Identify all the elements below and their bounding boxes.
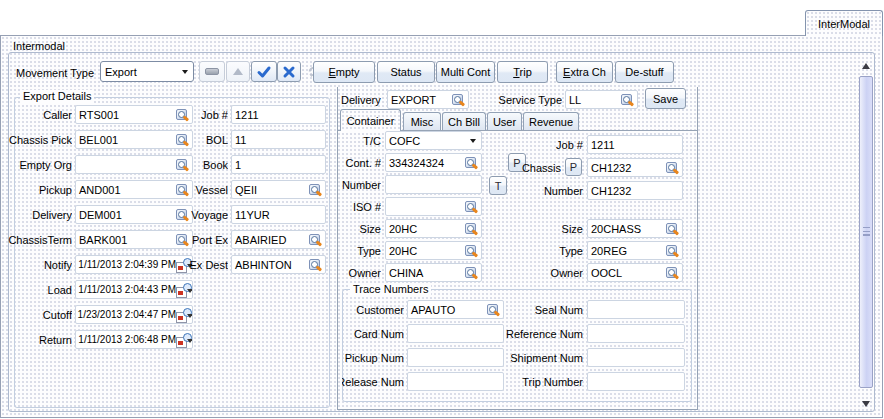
iso-num-field[interactable]	[385, 197, 482, 216]
container-owner-field[interactable]: CHINA	[385, 263, 482, 282]
x-icon	[282, 65, 296, 79]
datetime-picker-icon[interactable]	[176, 333, 192, 348]
release-num-label: Release Num	[342, 375, 404, 389]
tab-misc[interactable]: Misc	[403, 112, 441, 130]
container-type-field[interactable]: 20HC	[385, 241, 482, 260]
de-stuff-button[interactable]: De-stuff	[615, 61, 674, 83]
dropdown-arrow-icon	[182, 70, 188, 74]
scroll-up-icon[interactable]	[862, 63, 870, 69]
lookup-icon[interactable]	[309, 233, 323, 247]
trace-numbers-label: Trace Numbers	[350, 283, 431, 296]
tab-container[interactable]: Container	[340, 109, 401, 131]
lookup-icon[interactable]	[309, 258, 323, 272]
confirm-button[interactable]	[251, 61, 277, 82]
tc-select[interactable]: COFC	[385, 131, 482, 150]
chassis-job-num-field[interactable]: 1211	[587, 135, 683, 154]
chassis-p-button[interactable]: P	[565, 158, 582, 176]
cutoff-field[interactable]: 1/23/2013 2:04:47 PM	[75, 305, 193, 324]
minus-icon	[205, 68, 219, 75]
customer-field[interactable]: APAUTO	[407, 300, 504, 319]
book-field[interactable]: 1	[231, 155, 326, 174]
trip-number-field[interactable]	[587, 372, 685, 391]
lookup-icon[interactable]	[465, 266, 479, 280]
caller-field[interactable]: RTS001	[75, 105, 193, 124]
tab-revenue[interactable]: Revenue	[523, 112, 579, 130]
return-field[interactable]: 1/11/2013 2:06:48 PM	[75, 330, 193, 349]
lookup-icon[interactable]	[666, 244, 680, 258]
empty-button[interactable]: Empty	[313, 61, 375, 83]
extra-ch-button[interactable]: Extra Ch	[556, 61, 613, 83]
tab-user[interactable]: User	[487, 112, 522, 130]
pickup-num-field[interactable]	[407, 348, 504, 367]
release-num-field[interactable]	[407, 372, 504, 391]
datetime-picker-icon[interactable]	[176, 283, 192, 298]
delivery-type-field[interactable]: EXPORT	[387, 90, 469, 109]
move-up-button[interactable]	[226, 61, 250, 82]
tab-intermodal[interactable]: InterModal	[805, 10, 883, 36]
pickup-field[interactable]: AND001	[75, 180, 193, 199]
lookup-icon[interactable]	[666, 222, 680, 236]
chassis-term-field[interactable]: BARK001	[75, 230, 193, 249]
service-type-field[interactable]: LL	[565, 90, 638, 109]
cont-num-field[interactable]: 334324324	[385, 153, 482, 172]
vessel-field[interactable]: QEII	[231, 180, 326, 199]
return-label: Return	[6, 333, 72, 347]
chassis-size-field[interactable]: 20CHASS	[587, 219, 683, 238]
container-number-field[interactable]	[385, 175, 482, 194]
lookup-icon[interactable]	[465, 156, 479, 170]
trip-button[interactable]: Trip	[497, 61, 548, 83]
lookup-icon[interactable]	[465, 244, 479, 258]
chassis-number-field[interactable]: CH1232	[587, 181, 683, 200]
notify-field[interactable]: 1/11/2013 2:04:39 PM	[75, 255, 193, 274]
reference-num-field[interactable]	[587, 324, 685, 343]
lookup-icon[interactable]	[621, 93, 635, 107]
lookup-icon[interactable]	[465, 200, 479, 214]
remove-button[interactable]	[199, 61, 225, 82]
vertical-scrollbar[interactable]	[858, 58, 875, 410]
chassis-number-label: Number	[503, 184, 583, 198]
cutoff-label: Cutoff	[6, 308, 72, 322]
shipment-num-field[interactable]	[587, 348, 685, 367]
bol-field[interactable]: 11	[231, 130, 326, 149]
dropdown-arrow-icon	[470, 139, 476, 143]
lookup-icon[interactable]	[666, 161, 680, 175]
caller-label: Caller	[6, 108, 72, 122]
movement-type-select[interactable]: Export	[100, 61, 194, 82]
lookup-icon[interactable]	[666, 266, 680, 280]
load-field[interactable]: 1/11/2013 2:04:43 PM	[75, 280, 193, 299]
scroll-down-icon[interactable]	[862, 401, 870, 407]
lookup-icon[interactable]	[452, 93, 466, 107]
job-num-field[interactable]: 1211	[231, 105, 326, 124]
voyage-label: Voyage	[182, 208, 228, 222]
chassis-pick-label: Chassis Pick	[6, 133, 72, 147]
seal-num-field[interactable]	[587, 300, 685, 319]
multi-cont-button[interactable]: Multi Cont	[436, 61, 495, 83]
customer-label: Customer	[342, 303, 404, 317]
container-size-field[interactable]: 20HC	[385, 219, 482, 238]
status-button[interactable]: Status	[377, 61, 435, 83]
delivery-type-label: Delivery	[341, 93, 385, 107]
port-ex-field[interactable]: ABAIRIED	[231, 230, 326, 249]
lookup-icon[interactable]	[465, 222, 479, 236]
scrollbar-thumb[interactable]	[859, 76, 873, 388]
chassis-type-field[interactable]: 20REG	[587, 241, 683, 260]
save-button[interactable]: Save	[645, 88, 686, 109]
trip-number-label: Trip Number	[495, 375, 583, 389]
ex-dest-field[interactable]: ABHINTON	[231, 255, 326, 274]
empty-org-field[interactable]	[75, 155, 193, 174]
reference-num-label: Reference Num	[495, 327, 583, 341]
chassis-pick-field[interactable]: BEL001	[75, 130, 193, 149]
movement-type-value: Export	[105, 66, 137, 78]
voyage-field[interactable]: 11YUR	[231, 205, 326, 224]
delivery-org-field[interactable]: DEM001	[75, 205, 193, 224]
lookup-icon[interactable]	[309, 183, 323, 197]
datetime-picker-icon[interactable]	[176, 308, 192, 323]
chassis-field[interactable]: CH1232	[587, 158, 683, 177]
card-num-field[interactable]	[407, 324, 504, 343]
chassis-type-label: Type	[503, 244, 583, 258]
chassis-term-label: ChassisTerm	[6, 233, 72, 247]
tab-ch-bill[interactable]: Ch Bill	[442, 112, 486, 130]
cancel-button[interactable]	[277, 61, 301, 82]
chassis-owner-field[interactable]: OOCL	[587, 263, 683, 282]
triangle-up-icon	[233, 68, 243, 75]
